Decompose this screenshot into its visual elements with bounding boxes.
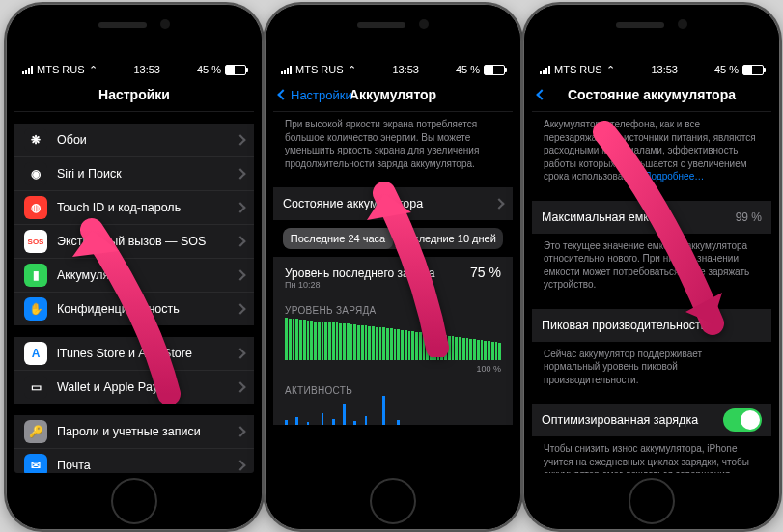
clock: 13:53 (133, 64, 160, 75)
chart-axis: 100 % (273, 364, 513, 378)
chevron-left-icon (277, 89, 288, 99)
carrier: MTS RUS (37, 64, 85, 75)
clock: 13:53 (651, 64, 678, 75)
cell-label: Siri и Поиск (57, 167, 231, 181)
page-title: Состояние аккумулятора (568, 87, 736, 102)
status-bar: MTS RUS⌃ 13:53 45 % (273, 58, 513, 78)
chevron-right-icon (235, 348, 245, 358)
optimized-charging-label: Оптимизированная зарядка (542, 413, 723, 427)
nav-bar: Настройки (14, 78, 254, 112)
chevron-right-icon (235, 303, 245, 314)
carrier: MTS RUS (554, 64, 602, 75)
battery-pct: 45 % (714, 64, 739, 75)
tutorial-arrow-1 (53, 201, 188, 404)
chevron-left-icon (536, 89, 546, 99)
home-button[interactable] (111, 478, 157, 524)
activity-chart (273, 396, 513, 425)
chevron-right-icon (235, 168, 245, 179)
optimized-charging-cell[interactable]: Оптимизированная зарядка (532, 404, 771, 436)
chevron-right-icon (235, 236, 245, 246)
tutorial-arrow-3 (577, 121, 741, 352)
chevron-right-icon (235, 381, 245, 392)
chevron-right-icon (235, 426, 245, 436)
signal-icon (22, 66, 33, 74)
signal-icon (281, 66, 292, 74)
battery-icon (484, 65, 505, 75)
wifi-icon: ⌃ (348, 64, 356, 76)
nav-bar: Состояние аккумулятора (532, 78, 771, 112)
home-button[interactable] (629, 478, 675, 524)
mail-icon: ✉ (24, 454, 47, 473)
last-charge-value: 75 % (470, 265, 501, 280)
settings-cell-siri[interactable]: ◉Siri и Поиск (14, 157, 254, 191)
page-title: Настройки (98, 87, 170, 102)
cell-label: Обои (57, 133, 231, 147)
nav-bar: Настройки Аккумулятор (273, 78, 513, 112)
chevron-right-icon (235, 269, 245, 280)
wifi-icon: ⌃ (89, 64, 98, 76)
page-title: Аккумулятор (350, 87, 436, 102)
battery-icon (742, 65, 764, 75)
itunes-icon: A (24, 342, 47, 365)
signal-icon (540, 66, 550, 74)
chevron-right-icon (493, 198, 504, 209)
cell-label: Почта (57, 459, 231, 472)
settings-cell-mail[interactable]: ✉Почта (14, 449, 254, 473)
wallet-icon: ▭ (24, 376, 47, 399)
settings-cell-passwords[interactable]: 🔑Пароли и учетные записи (14, 415, 254, 449)
back-button[interactable]: Настройки (279, 88, 352, 102)
wallpaper-icon: ❋ (24, 128, 47, 152)
battery-icon: ▮ (24, 264, 47, 287)
siri-icon: ◉ (24, 162, 47, 185)
privacy-icon: ✋ (24, 297, 47, 321)
cell-label: Пароли и учетные записи (57, 425, 231, 438)
battery-pct: 45 % (197, 64, 221, 75)
sos-icon: SOS (24, 230, 47, 253)
status-bar: MTS RUS⌃ 13:53 45 % (14, 58, 254, 78)
optimized-charging-footer: Чтобы снизить износ аккумулятора, iPhone… (532, 436, 771, 473)
chevron-right-icon (235, 460, 245, 470)
activity-caption: АКТИВНОСТЬ (273, 378, 513, 396)
clock: 13:53 (392, 64, 419, 75)
carrier: MTS RUS (295, 64, 344, 75)
tutorial-arrow-2 (346, 164, 461, 357)
battery-pct: 45 % (456, 64, 480, 75)
status-bar: MTS RUS⌃ 13:53 45 % (532, 58, 771, 78)
wifi-icon: ⌃ (606, 64, 615, 76)
home-button[interactable] (370, 478, 416, 524)
chevron-right-icon (235, 202, 245, 212)
settings-cell-wallpaper[interactable]: ❋Обои (14, 124, 254, 157)
optimized-charging-toggle[interactable] (723, 408, 762, 432)
battery-icon (225, 65, 246, 75)
touchid-icon: ◍ (24, 196, 47, 219)
back-button[interactable] (538, 91, 547, 98)
chevron-right-icon (235, 134, 245, 145)
passwords-icon: 🔑 (24, 420, 47, 443)
